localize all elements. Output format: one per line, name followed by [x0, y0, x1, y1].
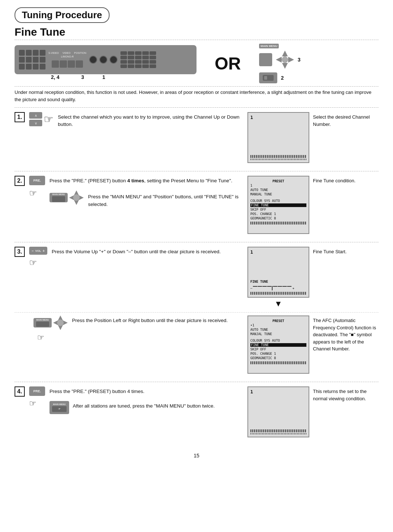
step-4-text: Press the "PRE." (PRESET) button 4 times…: [49, 386, 244, 395]
small-remote-btn: [259, 72, 277, 83]
step-1-row: 1. ∧ ∨ ☞ Select the channel which you wa…: [15, 112, 378, 163]
label-3-right: 3: [298, 57, 301, 63]
page-number: 15: [15, 453, 378, 458]
step-2-row: 2. PRE. ☞ Press the "PRE." (PRESET) butt…: [15, 176, 378, 234]
or-label: OR: [215, 53, 241, 74]
screen-bar-4b: [250, 433, 306, 434]
intro-paragraph: Under normal reception condition, this f…: [15, 86, 378, 103]
fine-tune-subtitle: Fine Tune: [15, 26, 378, 40]
step-2-number: 2.: [15, 176, 25, 186]
step-1-content: Select the channel which you want to try…: [58, 112, 378, 163]
dpad-3b: [53, 315, 68, 330]
step-4-screen: 1: [247, 386, 309, 437]
step-4-row: 4. PRE. ☞ Press the "PRE." (PRESET) butt…: [15, 386, 378, 437]
step-1-section: 1. ∧ ∨ ☞ Select the channel which you wa…: [15, 107, 378, 171]
main-menu-label-top: MAIN MENU: [259, 44, 279, 48]
screen-bar-3: [250, 292, 306, 295]
screen-bar-3b: [250, 361, 306, 364]
step-3-screen: 1 FINE TUNE –: [247, 247, 309, 298]
step-2-text: Press the "PRE." (PRESET) button 4 times…: [49, 176, 244, 184]
step-3-text: Press the Volume Up "+" or Down "–" butt…: [52, 247, 244, 255]
step-2b-row: MAIN MENU Press the: [49, 190, 244, 208]
step-3-note: Fine Tune Start.: [313, 247, 378, 255]
remote-left-buttons: [19, 50, 45, 70]
pre-button-icon: PRE.: [29, 176, 45, 185]
step-3-row: 3. –VOL+ ☞ Press the Volume Up "+" or Do…: [15, 247, 378, 309]
step-4-section: 4. PRE. ☞ Press the "PRE." (PRESET) butt…: [15, 382, 378, 445]
remote-illustration: S-VIDEOVIDEOPOSITION L/MONO-R: [15, 44, 378, 83]
tv-remote: S-VIDEOVIDEOPOSITION L/MONO-R: [15, 45, 196, 74]
label-3: 3: [81, 74, 84, 80]
step-2-section: 2. PRE. ☞ Press the "PRE." (PRESET) butt…: [15, 171, 378, 242]
step-3b-note: The AFC (Automatic Frequency Control) fu…: [313, 315, 378, 353]
tuning-title-box: Tuning Procedure: [15, 7, 110, 23]
step-3-number: 3.: [15, 247, 25, 257]
remote-labels: S-VIDEOVIDEOPOSITION: [48, 52, 86, 54]
svg-rect-1: [264, 76, 267, 80]
fine-tune-label: FINE TUNE: [250, 280, 306, 283]
step-4b-text: After all stations are tuned, press the …: [73, 401, 244, 410]
step-4-number: 4.: [15, 386, 25, 397]
step-3-screen-area: 1 FINE TUNE –: [247, 247, 309, 309]
label-1: 1: [102, 74, 105, 80]
channel-number: 1: [250, 115, 306, 120]
step-2b-icons: MAIN MENU: [49, 190, 84, 205]
step-3-section: 3. –VOL+ ☞ Press the Volume Up "+" or Do…: [15, 242, 378, 382]
screen-bar-2: [250, 222, 306, 225]
step-1-screen: 1: [247, 112, 309, 163]
step-3b-text: Press the Position Left or Right button …: [72, 315, 244, 324]
step-3b-content: Press the Position Left or Right button …: [72, 315, 378, 374]
step-2-content: Press the "PRE." (PRESET) button 4 times…: [49, 176, 378, 234]
screen-bar-4: [250, 429, 306, 432]
main-menu-button-icon: MAIN MENU: [49, 193, 68, 202]
remote-right-buttons: [120, 51, 156, 68]
step-2-screen: PRESET 1 AUTO TUNE MANUAL TUNE COLOUR SY…: [247, 176, 309, 234]
preset-menu-3b: PRESET •1 AUTO TUNE MANJAL TUNE COLOUR S…: [250, 319, 306, 360]
pre-btn-4: PRE.: [29, 386, 45, 396]
right-controls: MAIN MENU 3 2: [259, 44, 301, 83]
dpad-icon: [276, 51, 294, 69]
preset-menu: PRESET 1 AUTO TUNE MANUAL TUNE COLOUR SY…: [250, 179, 306, 220]
dpad-icon-2b: [69, 190, 84, 205]
main-menu-btn-4b: MAIN MENU ☞: [49, 401, 69, 414]
vol-button-icon: –VOL+: [29, 247, 47, 255]
main-menu-icon: [259, 53, 272, 66]
remote-circles: [89, 56, 118, 64]
step-2-note: Fine Tune condition.: [313, 176, 378, 184]
step-4-note: This returns the set to the normal viewi…: [313, 386, 378, 402]
step-1-number: 1.: [15, 112, 25, 122]
arrow-down-icon: ▼: [247, 299, 309, 309]
step-2-icons: PRE. ☞: [29, 176, 45, 198]
screen-bottom-bar: [250, 155, 306, 158]
remote-labels-under: 2, 4 3 1: [15, 74, 105, 80]
label-2-right: 2: [281, 75, 284, 81]
remote-middle: S-VIDEOVIDEOPOSITION L/MONO-R: [48, 52, 86, 68]
label-24: 2, 4: [51, 74, 59, 80]
step-4-content: Press the "PRE." (PRESET) button 4 times…: [49, 386, 378, 437]
step-3b-icons: MAIN MENU ☞: [33, 315, 68, 342]
step-4b-row: MAIN MENU ☞ After all stations are tuned…: [49, 401, 244, 414]
step-1-text: Select the channel which you want to try…: [58, 112, 244, 128]
step-4-icons: PRE. ☞: [29, 386, 45, 408]
main-menu-btn-3b: MAIN MENU: [33, 318, 52, 327]
step-3b-screen: PRESET •1 AUTO TUNE MANJAL TUNE COLOUR S…: [247, 315, 309, 374]
step-1-note: Select the desired Channel Number.: [313, 112, 378, 128]
step-3b-row: MAIN MENU ☞ Press the Position Left or R…: [15, 315, 378, 374]
fine-tune-bar: – +: [250, 286, 306, 290]
page-title: Tuning Procedure: [22, 9, 102, 20]
step-3b-section: MAIN MENU ☞ Press the Position Left or R…: [15, 312, 378, 374]
step-3-content: Press the Volume Up "+" or Down "–" butt…: [52, 247, 378, 309]
step-2b-text: Press the "MAIN MENU" and "Position" but…: [88, 192, 244, 208]
step-1-icons: ∧ ∨ ☞: [29, 112, 53, 126]
step-3-icons: –VOL+ ☞: [29, 247, 47, 268]
